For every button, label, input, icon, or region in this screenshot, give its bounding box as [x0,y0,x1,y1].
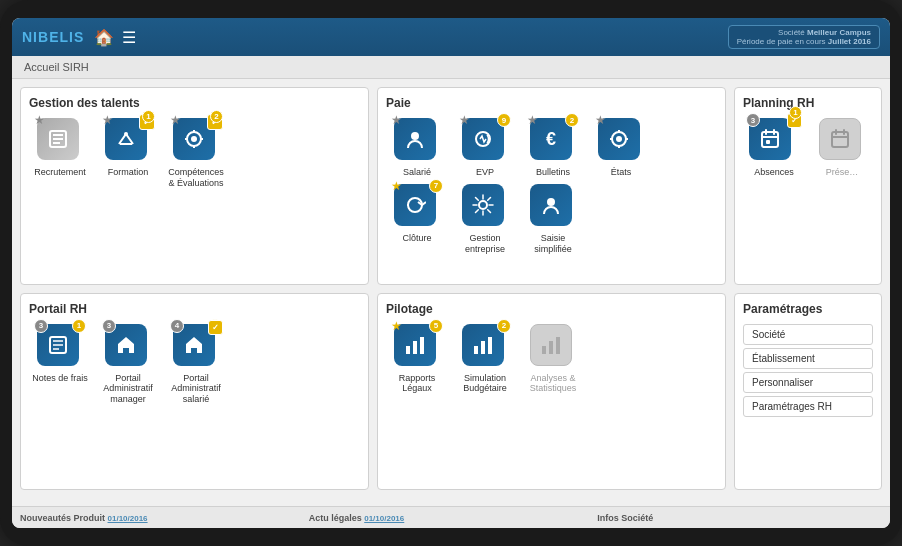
icon-gestion-entreprise-wrapper [462,184,508,230]
icon-simulation-budgetaire-label: Simulation Budgétaire [454,373,516,395]
svg-rect-5 [120,143,132,145]
icon-evp[interactable]: ★ 9 EVP [454,118,516,178]
badge-portail-salarie-gray: 4 [170,319,184,333]
icon-competences-label: Compétences & Évaluations [165,167,227,189]
section-parametrages-title: Paramétrages [743,302,873,316]
section-portail-title: Portail RH [29,302,360,316]
bottom-nouveautes: Nouveautés Produit 01/10/2016 [20,513,305,523]
section-planning-title: Planning RH [743,96,873,110]
icon-competences-wrapper: ★ ✓ 2 [173,118,219,164]
star-rapports-icon: ★ [391,319,402,333]
icon-analyses-stats-label: Analyses & Statistiques [522,373,584,395]
badge-evp: 9 [497,113,511,127]
badge-notes-yellow: 1 [72,319,86,333]
svg-point-20 [479,201,487,209]
icon-salarie-wrapper: ★ [394,118,440,164]
main-content: Gestion des talents ★ Recrutement [12,79,890,506]
period-label: Période de paie en cours [737,37,826,46]
icon-notes-frais-wrapper: ★ 3 1 [37,324,83,370]
icon-rapports-legaux[interactable]: ★ 5 Rapports Légaux [386,324,448,395]
icon-portail-manager[interactable]: ★ 3 Portail Administratif manager [97,324,159,405]
svg-rect-36 [413,341,417,354]
badge-rapports-yellow: 5 [429,319,443,333]
badge-portail-manager-gray: 3 [102,319,116,333]
icon-etats[interactable]: ★ États [590,118,652,178]
logo: NIBELIS [22,29,84,45]
icon-recrutement-wrapper: ★ [37,118,83,164]
param-etablissement[interactable]: Établissement [743,348,873,369]
tablet-frame: NIBELIS 🏠 ☰ Société Meilleur Campus Péri… [0,0,902,546]
icon-formation-label: Formation [108,167,149,178]
icon-evp-wrapper: ★ 9 [462,118,508,164]
company-label: Société [778,28,805,37]
icon-salarie[interactable]: ★ Salarié [386,118,448,178]
svg-point-21 [547,198,555,206]
section-planning-icons: ★ 3 ✓ 1 Absences [743,118,873,178]
icon-notes-frais-label: Notes de frais [32,373,88,384]
star-bulletins-icon: ★ [527,113,538,127]
section-planning: Planning RH ★ 3 ✓ 1 Absences [734,87,882,285]
bottom-actu-legales-link[interactable]: 01/10/2016 [364,514,404,523]
icon-simulation-budgetaire[interactable]: 2 Simulation Budgétaire [454,324,516,395]
icon-recrutement[interactable]: ★ Recrutement [29,118,91,178]
bottom-actu-legales: Actu légales 01/10/2016 [309,513,594,523]
icon-portail-salarie-wrapper: ★ 4 6 ✓ [173,324,219,370]
badge-absences-gray: 3 [746,113,760,127]
icon-gestion-entreprise-label: Gestion entreprise [454,233,516,255]
svg-rect-37 [420,337,424,354]
icon-evp-label: EVP [476,167,494,178]
badge-portail-salarie-check: ✓ [208,320,223,335]
bottom-nouveautes-link[interactable]: 01/10/2016 [108,514,148,523]
icon-saisie-simplifiee[interactable]: Saisie simplifiée [522,184,584,255]
icon-saisie-simplifiee-label: Saisie simplifiée [522,233,584,255]
icon-absences[interactable]: ★ 3 ✓ 1 Absences [743,118,805,178]
svg-rect-27 [832,132,848,147]
icon-analyses-stats[interactable]: Analyses & Statistiques [522,324,584,395]
star-formation-icon: ★ [102,113,113,127]
icon-portail-manager-wrapper: ★ 3 [105,324,151,370]
icon-competences[interactable]: ★ ✓ 2 Compétences & Évaluations [165,118,227,189]
icon-etats-label: États [611,167,632,178]
tablet-screen: NIBELIS 🏠 ☰ Société Meilleur Campus Péri… [12,18,890,528]
param-personnaliser[interactable]: Personnaliser [743,372,873,393]
icon-presences-label: Prése… [826,167,859,178]
header-right: Société Meilleur Campus Période de paie … [728,25,880,49]
icon-rapports-legaux-wrapper: ★ 5 [394,324,440,370]
header: NIBELIS 🏠 ☰ Société Meilleur Campus Péri… [12,18,890,56]
star-salarie-icon: ★ [391,113,402,127]
badge-bulletins: 2 [565,113,579,127]
icon-presences[interactable]: Prése… [811,118,873,178]
icon-saisie-simplifiee-wrapper [530,184,576,230]
section-talents-title: Gestion des talents [29,96,360,110]
icon-portail-salarie[interactable]: ★ 4 6 ✓ Portail Administratif salarié [165,324,227,405]
star-etats-icon: ★ [595,113,606,127]
icon-portail-manager-label: Portail Administratif manager [97,373,159,405]
param-societe[interactable]: Société [743,324,873,345]
breadcrumb: Accueil SIRH [12,56,890,79]
section-paie-title: Paie [386,96,717,110]
svg-rect-35 [406,346,410,354]
icon-saisie-simplifiee-box [530,184,572,226]
section-pilotage-icons: ★ 5 Rapports Légaux [386,324,717,395]
icon-gestion-entreprise[interactable]: Gestion entreprise [454,184,516,255]
section-portail: Portail RH ★ 3 1 Notes de frais [20,293,369,491]
badge-notes-gray: 3 [34,319,48,333]
section-portail-icons: ★ 3 1 Notes de frais ★ [29,324,360,405]
icon-analyses-stats-box [530,324,572,366]
home-icon[interactable]: 🏠 [94,28,114,47]
icon-formation-wrapper: ★ ✓ 1 [105,118,151,164]
badge-formation: 1 [142,110,155,123]
badge-simulation-yellow: 2 [497,319,511,333]
icon-cloture[interactable]: ★ 7 Clôture [386,184,448,244]
star-competences-icon: ★ [170,113,181,127]
icon-formation[interactable]: ★ ✓ 1 Formation [97,118,159,178]
header-icons: 🏠 ☰ [94,28,136,47]
svg-rect-40 [488,337,492,354]
icon-notes-frais[interactable]: ★ 3 1 Notes de frais [29,324,91,384]
star-evp-icon: ★ [459,113,470,127]
icon-presences-box [819,118,861,160]
menu-icon[interactable]: ☰ [122,28,136,47]
parametrages-list: Société Établissement Personnaliser Para… [743,324,873,417]
param-parametrages-rh[interactable]: Paramétrages RH [743,396,873,417]
icon-bulletins[interactable]: ★ € 2 Bulletins [522,118,584,178]
